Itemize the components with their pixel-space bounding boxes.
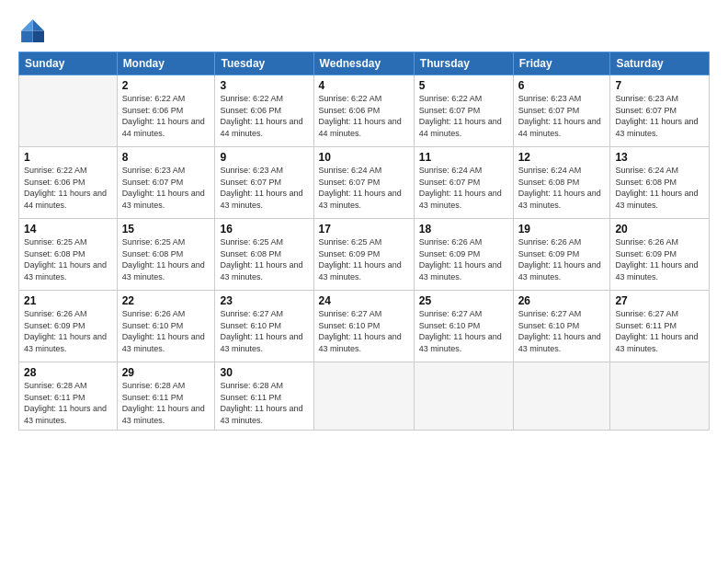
day-number: 10 xyxy=(319,151,409,164)
logo xyxy=(18,17,48,42)
day-number: 20 xyxy=(615,223,704,236)
calendar-week-row: 28Sunrise: 6:28 AMSunset: 6:11 PMDayligh… xyxy=(19,362,710,431)
svg-marker-2 xyxy=(33,31,44,42)
day-number: 21 xyxy=(24,294,112,307)
day-number: 26 xyxy=(518,294,606,307)
day-number: 11 xyxy=(419,151,508,164)
header xyxy=(18,17,710,42)
logo-icon xyxy=(18,17,44,42)
svg-marker-4 xyxy=(21,31,32,42)
day-number: 8 xyxy=(122,151,210,164)
calendar-day-cell: 7Sunrise: 6:23 AMSunset: 6:07 PMDaylight… xyxy=(610,75,710,147)
calendar-day-cell xyxy=(610,362,710,431)
day-number: 22 xyxy=(122,294,210,307)
day-number: 27 xyxy=(615,294,704,307)
day-number: 14 xyxy=(24,223,112,236)
day-number: 13 xyxy=(615,151,704,164)
day-detail: Sunrise: 6:23 AMSunset: 6:07 PMDaylight:… xyxy=(122,165,210,211)
day-detail: Sunrise: 6:25 AMSunset: 6:08 PMDaylight:… xyxy=(24,236,112,282)
calendar-week-row: 2Sunrise: 6:22 AMSunset: 6:06 PMDaylight… xyxy=(19,75,710,147)
day-number: 6 xyxy=(518,79,606,92)
day-number: 18 xyxy=(419,223,508,236)
day-number: 16 xyxy=(220,223,308,236)
calendar-day-cell: 21Sunrise: 6:26 AMSunset: 6:09 PMDayligh… xyxy=(19,291,118,362)
calendar-day-cell: 30Sunrise: 6:28 AMSunset: 6:11 PMDayligh… xyxy=(215,362,313,431)
calendar-day-cell: 2Sunrise: 6:22 AMSunset: 6:06 PMDaylight… xyxy=(117,75,215,147)
calendar-day-cell: 11Sunrise: 6:24 AMSunset: 6:07 PMDayligh… xyxy=(414,147,513,219)
calendar-day-cell xyxy=(313,362,414,431)
day-number: 3 xyxy=(220,79,308,92)
calendar-body: 2Sunrise: 6:22 AMSunset: 6:06 PMDaylight… xyxy=(19,75,710,431)
day-number: 15 xyxy=(122,223,210,236)
day-detail: Sunrise: 6:26 AMSunset: 6:09 PMDaylight:… xyxy=(419,236,508,282)
calendar-day-cell: 12Sunrise: 6:24 AMSunset: 6:08 PMDayligh… xyxy=(513,147,610,219)
calendar-week-row: 14Sunrise: 6:25 AMSunset: 6:08 PMDayligh… xyxy=(19,219,710,291)
day-number: 30 xyxy=(220,366,308,379)
day-detail: Sunrise: 6:24 AMSunset: 6:07 PMDaylight:… xyxy=(319,165,409,211)
day-detail: Sunrise: 6:27 AMSunset: 6:11 PMDaylight:… xyxy=(615,308,704,354)
calendar-day-cell: 24Sunrise: 6:27 AMSunset: 6:10 PMDayligh… xyxy=(313,291,414,362)
calendar-header-row: SundayMondayTuesdayWednesdayThursdayFrid… xyxy=(19,52,710,75)
calendar-day-cell: 14Sunrise: 6:25 AMSunset: 6:08 PMDayligh… xyxy=(19,219,118,291)
calendar-table: SundayMondayTuesdayWednesdayThursdayFrid… xyxy=(18,52,710,431)
day-detail: Sunrise: 6:26 AMSunset: 6:09 PMDaylight:… xyxy=(615,236,704,282)
day-detail: Sunrise: 6:28 AMSunset: 6:11 PMDaylight:… xyxy=(122,380,210,426)
day-detail: Sunrise: 6:22 AMSunset: 6:07 PMDaylight:… xyxy=(419,93,508,139)
day-number: 5 xyxy=(419,79,508,92)
day-number: 7 xyxy=(615,79,704,92)
page: SundayMondayTuesdayWednesdayThursdayFrid… xyxy=(0,0,728,563)
calendar-day-cell: 23Sunrise: 6:27 AMSunset: 6:10 PMDayligh… xyxy=(215,291,313,362)
day-detail: Sunrise: 6:24 AMSunset: 6:07 PMDaylight:… xyxy=(419,165,508,211)
calendar-day-cell: 29Sunrise: 6:28 AMSunset: 6:11 PMDayligh… xyxy=(117,362,215,431)
calendar-week-row: 1Sunrise: 6:22 AMSunset: 6:06 PMDaylight… xyxy=(19,147,710,219)
calendar-week-row: 21Sunrise: 6:26 AMSunset: 6:09 PMDayligh… xyxy=(19,291,710,362)
day-detail: Sunrise: 6:22 AMSunset: 6:06 PMDaylight:… xyxy=(24,165,112,211)
calendar-day-cell: 22Sunrise: 6:26 AMSunset: 6:10 PMDayligh… xyxy=(117,291,215,362)
day-detail: Sunrise: 6:23 AMSunset: 6:07 PMDaylight:… xyxy=(518,93,606,139)
day-number: 1 xyxy=(24,151,112,164)
calendar-day-cell: 8Sunrise: 6:23 AMSunset: 6:07 PMDaylight… xyxy=(117,147,215,219)
calendar-day-cell: 19Sunrise: 6:26 AMSunset: 6:09 PMDayligh… xyxy=(513,219,610,291)
day-detail: Sunrise: 6:27 AMSunset: 6:10 PMDaylight:… xyxy=(419,308,508,354)
calendar-day-cell: 3Sunrise: 6:22 AMSunset: 6:06 PMDaylight… xyxy=(215,75,313,147)
weekday-header-monday: Monday xyxy=(117,52,215,75)
day-detail: Sunrise: 6:25 AMSunset: 6:08 PMDaylight:… xyxy=(220,236,308,282)
day-detail: Sunrise: 6:23 AMSunset: 6:07 PMDaylight:… xyxy=(220,165,308,211)
calendar-day-cell: 25Sunrise: 6:27 AMSunset: 6:10 PMDayligh… xyxy=(414,291,513,362)
day-number: 29 xyxy=(122,366,210,379)
day-detail: Sunrise: 6:28 AMSunset: 6:11 PMDaylight:… xyxy=(24,380,112,426)
calendar-day-cell: 13Sunrise: 6:24 AMSunset: 6:08 PMDayligh… xyxy=(610,147,710,219)
day-number: 12 xyxy=(518,151,606,164)
calendar-day-cell: 28Sunrise: 6:28 AMSunset: 6:11 PMDayligh… xyxy=(19,362,118,431)
day-detail: Sunrise: 6:25 AMSunset: 6:09 PMDaylight:… xyxy=(319,236,409,282)
calendar-day-cell: 5Sunrise: 6:22 AMSunset: 6:07 PMDaylight… xyxy=(414,75,513,147)
calendar-day-cell: 10Sunrise: 6:24 AMSunset: 6:07 PMDayligh… xyxy=(313,147,414,219)
weekday-header-thursday: Thursday xyxy=(414,52,513,75)
weekday-header-tuesday: Tuesday xyxy=(215,52,313,75)
day-detail: Sunrise: 6:28 AMSunset: 6:11 PMDaylight:… xyxy=(220,380,308,426)
day-number: 19 xyxy=(518,223,606,236)
day-detail: Sunrise: 6:27 AMSunset: 6:10 PMDaylight:… xyxy=(319,308,409,354)
weekday-header-wednesday: Wednesday xyxy=(313,52,414,75)
calendar-day-cell: 4Sunrise: 6:22 AMSunset: 6:06 PMDaylight… xyxy=(313,75,414,147)
weekday-header-sunday: Sunday xyxy=(19,52,118,75)
day-detail: Sunrise: 6:26 AMSunset: 6:09 PMDaylight:… xyxy=(24,308,112,354)
calendar-day-cell: 16Sunrise: 6:25 AMSunset: 6:08 PMDayligh… xyxy=(215,219,313,291)
calendar-day-cell: 17Sunrise: 6:25 AMSunset: 6:09 PMDayligh… xyxy=(313,219,414,291)
day-number: 28 xyxy=(24,366,112,379)
day-detail: Sunrise: 6:22 AMSunset: 6:06 PMDaylight:… xyxy=(122,93,210,139)
calendar-day-cell xyxy=(414,362,513,431)
calendar-day-cell: 15Sunrise: 6:25 AMSunset: 6:08 PMDayligh… xyxy=(117,219,215,291)
weekday-header-friday: Friday xyxy=(513,52,610,75)
calendar-day-cell xyxy=(19,75,118,147)
day-number: 25 xyxy=(419,294,508,307)
day-number: 4 xyxy=(319,79,409,92)
day-detail: Sunrise: 6:22 AMSunset: 6:06 PMDaylight:… xyxy=(220,93,308,139)
day-detail: Sunrise: 6:24 AMSunset: 6:08 PMDaylight:… xyxy=(518,165,606,211)
calendar-day-cell: 18Sunrise: 6:26 AMSunset: 6:09 PMDayligh… xyxy=(414,219,513,291)
day-number: 2 xyxy=(122,79,210,92)
day-detail: Sunrise: 6:25 AMSunset: 6:08 PMDaylight:… xyxy=(122,236,210,282)
calendar-day-cell xyxy=(513,362,610,431)
day-detail: Sunrise: 6:27 AMSunset: 6:10 PMDaylight:… xyxy=(220,308,308,354)
weekday-header-saturday: Saturday xyxy=(610,52,710,75)
